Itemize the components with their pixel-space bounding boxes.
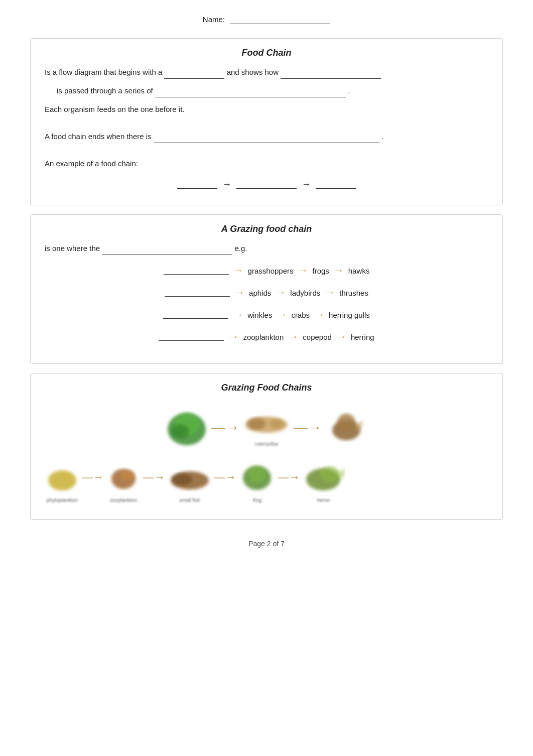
chain-row-2: → aphids → ladybirds → thrushes (45, 286, 488, 299)
chain3-item3: herring gulls (329, 311, 370, 319)
food-chain-line4: A food chain ends when there is . (45, 130, 488, 143)
chain3-item1: winkles (247, 311, 272, 319)
example-blank-2[interactable] (236, 181, 297, 189)
org-2-label: caterpillar (254, 441, 279, 447)
org-c-svg (167, 465, 212, 495)
org-b-svg (107, 463, 140, 495)
org-1 (164, 405, 209, 450)
chain1-item1: grasshoppers (248, 267, 294, 275)
arrow-1: → (222, 179, 231, 190)
org-a-svg (45, 465, 80, 495)
org-e-svg (302, 460, 345, 495)
grazing-food-chain-section: A Grazing food chain is one where the e.… (30, 214, 503, 364)
example-chain: → → (45, 179, 488, 190)
row2-arrow-3: —→ (214, 471, 236, 484)
org-e-label: heron (304, 497, 344, 503)
org-a: phytoplankton (45, 465, 80, 503)
chain4-arrow3: → (336, 330, 347, 343)
org-d-label: frog (240, 497, 275, 503)
name-line: Name: (30, 15, 503, 24)
blank-3[interactable] (155, 89, 346, 97)
svg-point-15 (248, 466, 266, 482)
org-2-svg (241, 409, 292, 439)
grazing-food-chain-title: A Grazing food chain (45, 224, 488, 234)
chain1-blank[interactable] (164, 267, 229, 275)
chain3-arrow2: → (276, 308, 287, 321)
chain-row-1: → grasshoppers → frogs → hawks (45, 264, 488, 277)
svg-point-9 (48, 470, 76, 490)
grazing-food-chains-title: Grazing Food Chains (45, 383, 488, 393)
chain4-blank[interactable] (159, 333, 224, 341)
org-a-label: phytoplankton (45, 497, 80, 503)
chain3-blank[interactable] (163, 311, 228, 319)
chain1-arrow2: → (298, 264, 309, 277)
line2-prefix: is passed through a series of (57, 86, 153, 95)
example-blank-3[interactable] (316, 181, 356, 189)
org-d-svg (238, 460, 276, 495)
chain4-arrow1: → (228, 330, 239, 343)
grazing-line1-prefix: is one where the (45, 244, 100, 253)
example-blank-1[interactable] (177, 181, 217, 189)
row2-arrow-4: —→ (278, 471, 300, 484)
chain2-arrow3: → (324, 286, 335, 299)
chain4-item3: herring (351, 333, 374, 341)
chain2-arrow2: → (275, 286, 286, 299)
org-c-label: small fish (170, 497, 210, 503)
footer-text: Page 2 of 7 (248, 540, 285, 548)
svg-point-17 (320, 466, 340, 482)
svg-point-7 (337, 414, 355, 432)
org-3-svg (324, 405, 369, 450)
name-input-field[interactable] (230, 15, 330, 24)
grazing-line1: is one where the e.g. (45, 241, 488, 255)
chain2-blank[interactable] (165, 289, 230, 297)
arrow-2: → (302, 179, 311, 190)
line4-suffix: . (381, 132, 383, 141)
row1-arrow-2: —→ (294, 420, 322, 436)
svg-point-2 (171, 424, 189, 438)
chain1-item2: frogs (313, 267, 329, 275)
image-row-1: —→ caterpillar —→ (45, 400, 488, 455)
page-footer: Page 2 of 7 (30, 540, 503, 548)
svg-point-5 (270, 419, 284, 429)
org-2: caterpillar (241, 409, 292, 447)
food-chain-line2: is passed through a series of . (45, 84, 488, 97)
food-chain-line3: Each organism feeds on the one before it… (45, 102, 488, 116)
blank-1[interactable] (164, 71, 224, 79)
chain2-item2: ladybirds (290, 289, 320, 297)
org-1-svg (164, 405, 209, 450)
org-d: frog (238, 460, 276, 503)
chain1-arrow3: → (333, 264, 344, 277)
chain2-item1: aphids (249, 289, 271, 297)
chain3-item2: crabs (291, 311, 310, 319)
food-chain-line1: Is a flow diagram that begins with a and… (45, 65, 488, 79)
food-chain-section: Food Chain Is a flow diagram that begins… (30, 38, 503, 205)
svg-point-4 (247, 418, 265, 430)
grazing-food-chains-section: Grazing Food Chains —→ (30, 373, 503, 520)
chain-row-4: → zooplankton → copepod → herring (45, 330, 488, 343)
svg-point-13 (172, 473, 192, 485)
blank-4[interactable] (154, 135, 379, 143)
line4-prefix: A food chain ends when there is (45, 132, 152, 141)
svg-point-11 (120, 470, 135, 480)
chain1-arrow1: → (233, 264, 244, 277)
org-b-label: zooplankton (106, 497, 141, 503)
example-label: An example of a food chain: (45, 157, 488, 170)
org-c: small fish (167, 465, 212, 503)
chain1-item3: hawks (348, 267, 370, 275)
name-label: Name: (203, 15, 225, 24)
chain2-item3: thrushes (339, 289, 368, 297)
row2-arrow-2: —→ (143, 471, 165, 484)
line1-middle: and shows how (227, 68, 279, 76)
line2-suffix: . (348, 86, 350, 95)
line1-prefix: Is a flow diagram that begins with a (45, 68, 162, 76)
org-e: heron (302, 460, 345, 503)
chain4-item1: zooplankton (243, 333, 284, 341)
org-b: zooplankton (106, 463, 141, 503)
chain4-item2: copepod (303, 333, 332, 341)
chain2-arrow1: → (234, 286, 245, 299)
row2-arrow-1: —→ (82, 471, 104, 484)
blank-2[interactable] (281, 71, 381, 79)
grazing-blank-1[interactable] (102, 247, 232, 255)
image-row-2: phytoplankton —→ zooplankton —→ small fi… (45, 455, 488, 508)
chain4-arrow2: → (288, 330, 299, 343)
